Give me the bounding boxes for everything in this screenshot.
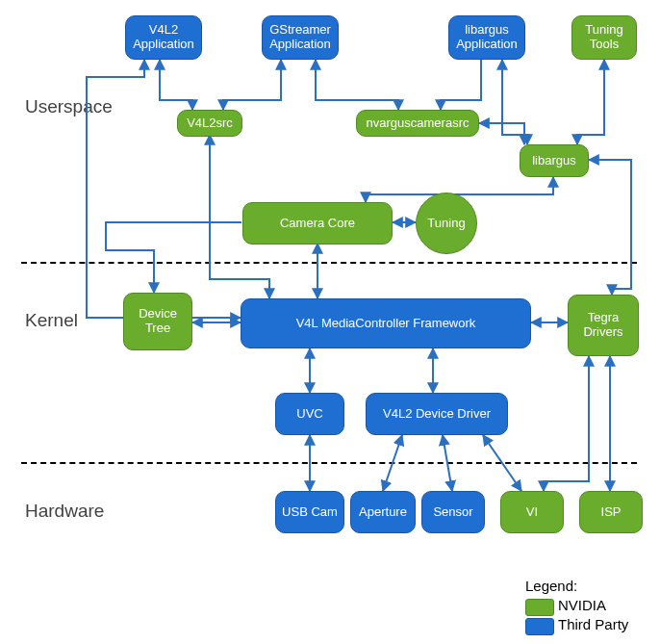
legend-label-nvidia: NVIDIA — [558, 597, 606, 613]
node-aperture: Aperture — [350, 491, 416, 533]
node-device-tree: Device Tree — [123, 293, 192, 350]
node-v4l2-application: V4L2 Application — [125, 15, 202, 60]
legend-swatch-thirdparty — [525, 618, 554, 635]
section-kernel: Kernel — [25, 310, 78, 331]
section-hardware: Hardware — [25, 501, 104, 522]
node-v4l2-device-driver: V4L2 Device Driver — [366, 393, 508, 435]
legend-label-thirdparty: Third Party — [558, 616, 628, 632]
node-libargus-application: libargus Application — [448, 15, 525, 60]
node-v4l2src: V4L2src — [177, 110, 242, 137]
node-vi: VI — [500, 491, 564, 533]
legend-title: Legend: — [525, 578, 577, 594]
node-libargus: libargus — [520, 144, 589, 177]
node-v4l-mediacontroller: V4L MediaController Framework — [241, 298, 531, 348]
section-userspace: Userspace — [25, 96, 113, 117]
node-tegra-drivers: Tegra Drivers — [568, 295, 639, 356]
node-tuning-tools: Tuning Tools — [571, 15, 637, 60]
diagram-canvas: Userspace Kernel Hardware — [0, 0, 660, 644]
node-sensor: Sensor — [421, 491, 485, 533]
divider-userspace-kernel — [21, 262, 637, 264]
node-usb-cam: USB Cam — [275, 491, 344, 533]
divider-kernel-hardware — [21, 462, 637, 464]
node-gstreamer-application: GStreamer Application — [262, 15, 339, 60]
node-nvarguscamerasrc: nvarguscamerasrc — [356, 110, 479, 137]
legend-swatch-nvidia — [525, 599, 554, 616]
node-tuning: Tuning — [416, 193, 477, 254]
node-camera-core: Camera Core — [242, 202, 393, 245]
node-isp: ISP — [579, 491, 643, 533]
node-uvc: UVC — [275, 393, 344, 435]
